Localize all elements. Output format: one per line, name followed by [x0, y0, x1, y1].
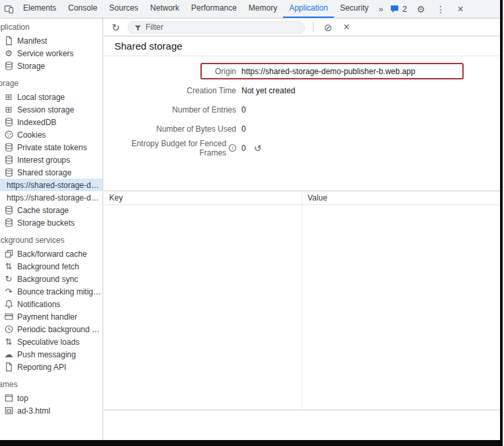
- close-icon: ×: [457, 4, 463, 15]
- sidebar-item-frame-ad-3[interactable]: ad-3.html: [0, 404, 103, 417]
- sidebar-item-indexeddb[interactable]: IndexedDB: [0, 116, 103, 128]
- entries-table: Key Value: [104, 191, 500, 410]
- metadata-row-entropy-budget: Entropy Budget for Fenced Frames 0 ↺: [104, 138, 500, 157]
- tab-memory[interactable]: Memory: [243, 0, 283, 18]
- sidebar-item-back-forward-cache[interactable]: Back/forward cache: [0, 247, 103, 260]
- sidebar-item-storage-buckets[interactable]: Storage buckets: [0, 216, 103, 229]
- sidebar-item-notifications[interactable]: Notifications: [0, 298, 103, 310]
- issues-counter-button[interactable]: 2: [387, 4, 409, 14]
- sidebar-item-frame-top[interactable]: top: [0, 392, 103, 404]
- window-edge-right: [500, 0, 503, 446]
- metadata-row-bytes-used: Number of Bytes Used 0: [104, 119, 500, 138]
- metadata-report: Origin https://shared-storage-demo-publi…: [104, 56, 500, 157]
- iframe-icon: [3, 406, 14, 416]
- filter-input[interactable]: [146, 22, 299, 32]
- sidebar-item-payment-handler[interactable]: Payment handler: [0, 310, 103, 323]
- more-tabs-button[interactable]: »: [374, 4, 387, 14]
- section-header-background-services: Background services: [0, 236, 103, 245]
- info-icon[interactable]: [229, 144, 236, 152]
- tab-sources[interactable]: Sources: [103, 0, 144, 18]
- gear-icon: ⚙: [417, 5, 425, 14]
- tab-performance[interactable]: Performance: [185, 0, 243, 18]
- device-toolbar-icon: [4, 4, 14, 14]
- funnel-icon: [134, 23, 142, 32]
- origin-label: Origin: [104, 67, 236, 76]
- metadata-row-entries: Number of Entries 0: [104, 100, 500, 119]
- refresh-button[interactable]: ↻: [109, 21, 122, 34]
- sidebar-item-session-storage[interactable]: ⊞ Session storage: [0, 103, 103, 116]
- sidebar-item-cookies[interactable]: Cookies: [0, 128, 103, 141]
- database-icon: [3, 155, 14, 165]
- database-icon: [3, 142, 14, 153]
- devtools-menu-button[interactable]: ⋮: [432, 0, 449, 18]
- clock-icon: [3, 324, 14, 335]
- issues-count: 2: [402, 5, 407, 14]
- kebab-menu-icon: ⋮: [436, 5, 445, 14]
- panel-title: Shared storage: [104, 36, 500, 56]
- close-devtools-button[interactable]: ×: [452, 0, 469, 18]
- table-header-row: Key Value: [104, 191, 500, 205]
- sidebar-section-background-services: Background services Back/forward cache ⇅…: [0, 236, 103, 373]
- sidebar-item-service-workers[interactable]: ⚙ Service workers: [0, 47, 103, 60]
- gear-icon: ⚙: [3, 48, 14, 59]
- cookie-icon: [3, 130, 14, 140]
- sidebar-item-speculative-loads[interactable]: ⇅ Speculative loads: [0, 335, 103, 348]
- sidebar-section-frames: Frames top ad-3.html: [0, 380, 103, 417]
- tab-network[interactable]: Network: [144, 0, 185, 18]
- sidebar-item-shared-storage[interactable]: Shared storage: [0, 166, 103, 179]
- sidebar-item-reporting-api[interactable]: Reporting API: [0, 361, 103, 373]
- sidebar-item-private-state-tokens[interactable]: Private state tokens: [0, 141, 103, 154]
- section-header-application: Application: [0, 22, 103, 32]
- sidebar-item-interest-groups[interactable]: Interest groups: [0, 154, 103, 166]
- sync-arrows-icon: ↻: [3, 274, 14, 285]
- sidebar-item-cache-storage[interactable]: Cache storage: [0, 204, 103, 216]
- database-icon: [3, 218, 14, 228]
- tab-application[interactable]: Application: [283, 0, 334, 18]
- sidebar-item-storage[interactable]: Storage: [0, 60, 103, 72]
- entropy-budget-value: 0 ↺: [241, 144, 261, 153]
- issues-icon: [390, 4, 399, 14]
- overlapping-windows-icon: [3, 249, 14, 259]
- devtools-tabbar: Elements Console Sources Network Perform…: [0, 0, 504, 19]
- settings-button[interactable]: ⚙: [412, 0, 429, 18]
- sidebar-item-local-storage[interactable]: ⊞ Local storage: [0, 91, 103, 103]
- tabbar-right-controls: 2 ⚙ ⋮ ×: [387, 0, 469, 18]
- tab-security[interactable]: Security: [334, 0, 374, 18]
- toggle-device-toolbar-button[interactable]: [0, 0, 17, 18]
- undo-icon: ↺: [254, 143, 262, 154]
- bytes-used-label: Number of Bytes Used: [104, 124, 236, 134]
- shared-storage-toolbar: ↻ ⊘ ×: [104, 19, 500, 36]
- table-icon: ⊞: [3, 92, 14, 103]
- creation-time-value: Not yet created: [241, 86, 295, 95]
- filter-box[interactable]: [128, 21, 305, 34]
- sidebar-item-periodic-background-sync[interactable]: Periodic background s…: [0, 323, 103, 335]
- database-icon: [3, 61, 14, 71]
- sidebar-item-shared-storage-origin-2[interactable]: https://shared-storage-d…: [0, 191, 103, 204]
- table-header-value[interactable]: Value: [302, 191, 500, 204]
- metadata-row-origin: Origin https://shared-storage-demo-publi…: [104, 62, 500, 81]
- database-icon: [3, 167, 14, 178]
- sidebar-item-bounce-tracking-mitigations[interactable]: ↷ Bounce tracking mitiga…: [0, 285, 103, 298]
- sidebar-item-background-sync[interactable]: ↻ Background sync: [0, 273, 103, 285]
- frame-icon: [3, 393, 14, 404]
- table-body-key-column: [104, 205, 302, 410]
- delete-selected-button[interactable]: ×: [340, 21, 353, 34]
- sidebar-item-shared-storage-origin-1[interactable]: https://shared-storage-d…: [0, 179, 103, 191]
- sidebar-item-push-messaging[interactable]: ☁ Push messaging: [0, 348, 103, 361]
- shared-storage-panel: ↻ ⊘ × Shared storage Origin https://shar…: [104, 19, 500, 440]
- sidebar-item-manifest[interactable]: Manifest: [0, 34, 103, 47]
- origin-value: https://shared-storage-demo-publisher-b.…: [241, 67, 415, 76]
- refresh-icon: ↻: [112, 22, 120, 32]
- sidebar-section-storage: Storage ⊞ Local storage ⊞ Session storag…: [0, 79, 103, 229]
- reset-budget-button[interactable]: ↺: [254, 144, 262, 153]
- sidebar-item-background-fetch[interactable]: ⇅ Background fetch: [0, 260, 103, 273]
- entropy-budget-label: Entropy Budget for Fenced Frames: [104, 139, 236, 157]
- tab-console[interactable]: Console: [62, 0, 103, 18]
- table-header-key[interactable]: Key: [104, 191, 302, 204]
- up-down-arrows-icon: ⇅: [3, 261, 14, 272]
- creation-time-label: Creation Time: [104, 86, 236, 95]
- clear-all-button[interactable]: ⊘: [321, 21, 335, 34]
- entries-label: Number of Entries: [104, 105, 236, 114]
- tab-elements[interactable]: Elements: [17, 0, 62, 18]
- cloud-icon: ☁: [3, 349, 14, 360]
